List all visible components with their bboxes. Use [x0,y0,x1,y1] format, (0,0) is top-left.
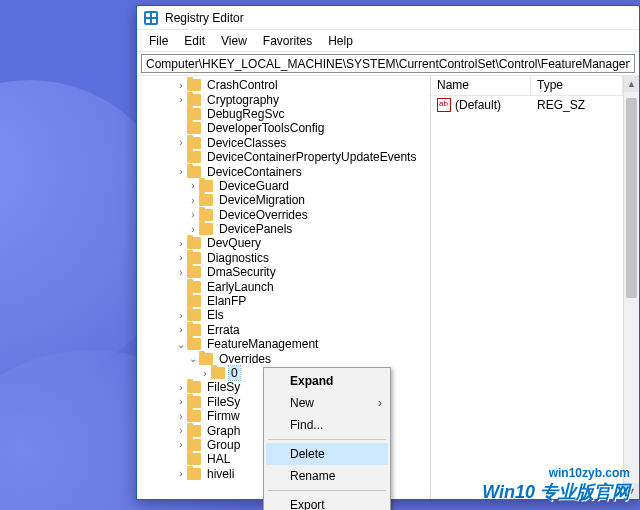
folder-icon [187,410,201,422]
menu-help[interactable]: Help [320,32,361,50]
expand-icon[interactable]: › [187,209,199,220]
svg-rect-2 [152,13,156,17]
address-input[interactable] [141,54,635,73]
expand-icon[interactable]: › [175,411,187,422]
folder-icon [187,166,201,178]
ctx-expand[interactable]: Expand [266,370,388,392]
tree-item-label: Graph [205,424,242,438]
tree-item[interactable]: ›DeviceClasses [139,136,430,150]
folder-icon [187,324,201,336]
value-row[interactable]: (Default) REG_SZ [431,96,623,114]
expand-icon[interactable]: › [175,439,187,450]
expand-icon[interactable]: › [175,310,187,321]
menu-edit[interactable]: Edit [176,32,213,50]
tree-item[interactable]: DeveloperToolsConfig [139,121,430,135]
svg-rect-1 [146,13,150,17]
expand-icon[interactable]: › [175,80,187,91]
scroll-down-button[interactable]: ▼ [624,483,639,499]
tree-item-label: Errata [205,323,242,337]
scroll-up-button[interactable]: ▲ [624,76,639,92]
address-bar [137,52,639,76]
tree-item[interactable]: ›Els [139,308,430,322]
value-name: (Default) [455,98,501,112]
titlebar: Registry Editor [137,6,639,30]
svg-rect-3 [146,19,150,23]
expand-icon[interactable]: › [175,468,187,479]
tree-item-label: DevicePanels [217,222,294,236]
tree-item-label: DeviceContainerPropertyUpdateEvents [205,150,418,164]
tree-item-label: Overrides [217,352,273,366]
ctx-delete[interactable]: Delete [266,443,388,465]
menu-favorites[interactable]: Favorites [255,32,320,50]
tree-item[interactable]: ›DeviceContainers [139,164,430,178]
tree-item[interactable]: DebugRegSvc [139,107,430,121]
folder-icon [187,439,201,451]
expand-icon[interactable]: › [175,238,187,249]
folder-icon [199,353,213,365]
tree-item[interactable]: EarlyLaunch [139,279,430,293]
menu-file[interactable]: File [141,32,176,50]
tree-item[interactable]: ›CrashControl [139,78,430,92]
tree-item[interactable]: ⌄FeatureManagement [139,337,430,351]
col-name[interactable]: Name [431,76,531,95]
folder-icon [199,180,213,192]
expand-icon[interactable]: › [175,252,187,263]
tree-item-label: DeviceGuard [217,179,291,193]
collapse-icon[interactable]: ⌄ [175,339,187,350]
tree-item[interactable]: ›DeviceMigration [139,193,430,207]
expand-icon[interactable]: › [175,94,187,105]
folder-icon [187,237,201,249]
folder-icon [187,266,201,278]
folder-icon [187,281,201,293]
menubar: File Edit View Favorites Help [137,30,639,52]
tree-item[interactable]: ElanFP [139,294,430,308]
expand-icon[interactable]: › [175,425,187,436]
tree-item[interactable]: DeviceContainerPropertyUpdateEvents [139,150,430,164]
tree-item-label: Diagnostics [205,251,271,265]
tree-item-label: DeveloperToolsConfig [205,121,326,135]
col-type[interactable]: Type [531,76,623,95]
ctx-find[interactable]: Find... [266,414,388,436]
tree-item[interactable]: ›Cryptography [139,92,430,106]
tree-item-label: DeviceContainers [205,165,304,179]
folder-icon [199,209,213,221]
vertical-scrollbar[interactable]: ▲ ▼ [623,76,639,499]
tree-item-label: FeatureManagement [205,337,320,351]
folder-icon [199,223,213,235]
ctx-rename[interactable]: Rename [266,465,388,487]
tree-item-label: Group [205,438,242,452]
scroll-thumb[interactable] [626,98,637,298]
tree-item[interactable]: ›Errata [139,323,430,337]
tree-item-label: CrashControl [205,78,280,92]
ctx-export[interactable]: Export [266,494,388,510]
tree-item-label: DeviceClasses [205,136,288,150]
folder-icon [187,453,201,465]
svg-rect-4 [152,19,156,23]
tree-item[interactable]: ›DevicePanels [139,222,430,236]
menu-view[interactable]: View [213,32,255,50]
expand-icon[interactable]: › [175,396,187,407]
tree-item[interactable]: ›DmaSecurity [139,265,430,279]
expand-icon[interactable]: › [187,180,199,191]
tree-item[interactable]: ›DeviceOverrides [139,208,430,222]
expand-icon[interactable]: › [187,224,199,235]
folder-icon [187,94,201,106]
tree-item-label: FileSy [205,395,242,409]
expand-icon[interactable]: › [175,267,187,278]
folder-icon [187,122,201,134]
tree-item[interactable]: ›Diagnostics [139,251,430,265]
expand-icon[interactable]: › [175,382,187,393]
tree-item[interactable]: ⌄Overrides [139,351,430,365]
context-menu: Expand New Find... Delete Rename Export … [263,367,391,510]
expand-icon[interactable]: › [175,166,187,177]
expand-icon[interactable]: › [199,368,211,379]
expand-icon[interactable]: › [175,137,187,148]
expand-icon[interactable]: › [175,324,187,335]
tree-item[interactable]: ›DeviceGuard [139,179,430,193]
collapse-icon[interactable]: ⌄ [187,353,199,364]
expand-icon[interactable]: › [187,195,199,206]
tree-item[interactable]: ›DevQuery [139,236,430,250]
tree-item-label: FileSy [205,380,242,394]
folder-icon [187,425,201,437]
ctx-new[interactable]: New [266,392,388,414]
